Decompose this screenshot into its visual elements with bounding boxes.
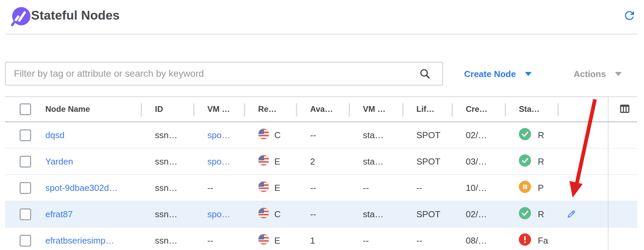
- region-code: E: [274, 183, 280, 193]
- node-name-link[interactable]: efrat87: [45, 209, 73, 220]
- region-code: E: [274, 235, 280, 246]
- vm-config-value: sta…: [363, 130, 384, 141]
- lifecycle-value: SPOT: [416, 130, 440, 141]
- lifecycle-value: --: [416, 183, 422, 193]
- search-icon[interactable]: [419, 68, 431, 81]
- vm-link: --: [207, 183, 213, 193]
- create-node-button[interactable]: Create Node: [464, 67, 532, 81]
- vm-config-value: --: [363, 235, 369, 246]
- header-availability[interactable]: Ava…: [296, 97, 349, 121]
- availability-value: --: [310, 209, 316, 220]
- stateful-nodes-table: Node Name ID VM … Re… Ava… VM … Lif… Cre…: [5, 96, 637, 250]
- us-flag-icon: [258, 128, 269, 142]
- us-flag-icon: [258, 155, 269, 168]
- table-row: spot-9dbae302d… ssn… --: [5, 175, 637, 201]
- actions-label: Actions: [574, 69, 606, 79]
- table-row: efratbseriesimp… ssn… --: [5, 228, 637, 250]
- status-running-icon: [519, 128, 531, 143]
- region-code: E: [274, 156, 280, 167]
- vm-link[interactable]: spo…: [207, 209, 230, 220]
- spot-logo-icon: [10, 7, 31, 28]
- actions-button[interactable]: Actions: [574, 67, 622, 81]
- picker-spacer-cell: [608, 228, 637, 250]
- vm-config-value: --: [363, 183, 369, 193]
- chevron-down-icon: [525, 72, 532, 76]
- chevron-down-icon: [615, 72, 622, 76]
- header-node-name[interactable]: Node Name: [41, 97, 141, 121]
- header-created[interactable]: Cre…: [452, 97, 505, 121]
- refresh-icon[interactable]: [622, 9, 637, 23]
- status-label: Fa: [538, 235, 548, 246]
- region-code: C: [274, 130, 281, 141]
- status-label: R: [538, 209, 544, 220]
- created-date: 03/…: [466, 156, 487, 167]
- status-running-icon: [519, 154, 531, 169]
- created-date: 02/…: [466, 209, 487, 220]
- header-checkbox-cell: [5, 97, 41, 121]
- node-name-link[interactable]: efratbseriesimp…: [45, 235, 114, 246]
- availability-value: 2: [310, 156, 315, 167]
- vm-link: --: [207, 235, 213, 246]
- lifecycle-value: SPOT: [416, 209, 440, 220]
- lifecycle-value: --: [416, 235, 422, 246]
- us-flag-icon: [258, 234, 269, 247]
- table-body: dqsd ssn… spo…: [5, 122, 637, 250]
- picker-spacer-cell: [608, 149, 637, 174]
- availability-value: --: [310, 183, 316, 193]
- header-status[interactable]: Sta…: [505, 97, 557, 121]
- vm-config-value: sta…: [363, 209, 384, 220]
- table-row: efrat87 ssn… spo…: [5, 201, 637, 228]
- table-header-row: Node Name ID VM … Re… Ava… VM … Lif… Cre…: [5, 96, 637, 122]
- us-flag-icon: [258, 181, 269, 195]
- header-region[interactable]: Re…: [244, 97, 296, 121]
- status-failed-icon: [519, 233, 531, 248]
- availability-value: --: [310, 130, 316, 141]
- availability-value: 1: [310, 235, 315, 246]
- table-row: dqsd ssn… spo…: [5, 122, 637, 149]
- header-actions-cell: [557, 97, 608, 121]
- vm-link[interactable]: spo…: [207, 130, 230, 141]
- filter-input[interactable]: [5, 62, 443, 85]
- status-label: R: [538, 156, 544, 167]
- region-code: C: [274, 209, 281, 220]
- lifecycle-value: SPOT: [416, 156, 440, 167]
- row-checkbox[interactable]: [20, 235, 31, 247]
- header-id[interactable]: ID: [141, 97, 193, 121]
- header-column-picker-cell: [608, 97, 637, 121]
- filter-bar: [5, 62, 443, 85]
- vm-config-value: sta…: [363, 156, 384, 167]
- created-date: 10/…: [466, 183, 487, 193]
- created-date: 08/…: [466, 235, 487, 246]
- header-lifecycle[interactable]: Lif…: [402, 97, 452, 121]
- row-checkbox[interactable]: [20, 156, 31, 168]
- row-checkbox[interactable]: [20, 182, 31, 194]
- table-row: Yarden ssn… spo…: [5, 149, 637, 175]
- us-flag-icon: [258, 207, 269, 221]
- node-id: ssn…: [155, 156, 177, 167]
- node-name-link[interactable]: Yarden: [45, 156, 73, 167]
- status-running-icon: [519, 207, 531, 222]
- node-id: ssn…: [155, 209, 177, 220]
- picker-spacer-cell: [608, 175, 637, 201]
- node-id: ssn…: [155, 235, 177, 246]
- status-paused-icon: [519, 181, 531, 195]
- created-date: 02/…: [466, 130, 487, 141]
- node-id: ssn…: [155, 183, 177, 193]
- vm-link[interactable]: spo…: [207, 156, 230, 167]
- header-divider: [5, 34, 637, 34]
- edit-node-button[interactable]: [566, 209, 576, 219]
- column-picker-icon[interactable]: [619, 103, 630, 115]
- picker-spacer-cell: [608, 201, 637, 227]
- page-title: Stateful Nodes: [31, 8, 120, 23]
- status-label: R: [538, 130, 544, 141]
- stateful-nodes-page: Stateful Nodes Create Node Actions Node …: [0, 0, 644, 250]
- node-id: ssn…: [155, 130, 177, 141]
- header-vm-1[interactable]: VM …: [193, 97, 244, 121]
- row-checkbox[interactable]: [20, 208, 31, 220]
- node-name-link[interactable]: spot-9dbae302d…: [45, 183, 118, 193]
- create-node-label: Create Node: [464, 69, 516, 79]
- header-vm-2[interactable]: VM …: [349, 97, 402, 121]
- select-all-checkbox[interactable]: [20, 103, 31, 115]
- node-name-link[interactable]: dqsd: [45, 130, 64, 141]
- row-checkbox[interactable]: [20, 129, 31, 141]
